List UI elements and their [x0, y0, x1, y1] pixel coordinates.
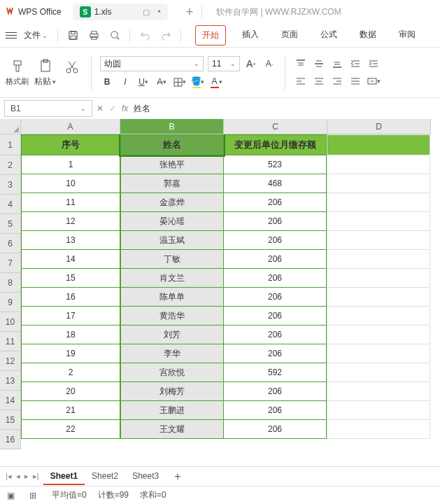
cell[interactable]: [327, 400, 430, 420]
cell[interactable]: 李华: [120, 344, 224, 363]
row-header[interactable]: 13: [0, 371, 21, 391]
cell[interactable]: 206: [223, 211, 327, 231]
menu-tab-审阅[interactable]: 审阅: [392, 25, 422, 46]
cell[interactable]: 王文耀: [120, 419, 224, 439]
cell[interactable]: 14: [21, 249, 120, 269]
decrease-font-icon[interactable]: A-: [262, 57, 276, 71]
font-color-button[interactable]: A▾: [209, 75, 223, 89]
cell[interactable]: [327, 249, 430, 269]
sheet-tab[interactable]: Sheet3: [125, 468, 166, 485]
align-justify-icon[interactable]: [348, 74, 362, 88]
cell[interactable]: 19: [21, 344, 120, 363]
tab-min-icon[interactable]: ▢: [143, 8, 150, 17]
cell[interactable]: 15: [21, 268, 120, 288]
bold-button[interactable]: B: [100, 75, 114, 89]
border-button[interactable]: ▾: [173, 75, 187, 89]
cell[interactable]: 206: [223, 419, 327, 439]
indent-dec-icon[interactable]: [348, 57, 362, 71]
row-header[interactable]: 10: [0, 312, 21, 332]
cell[interactable]: 2: [21, 363, 120, 382]
cell[interactable]: [327, 306, 430, 326]
cell[interactable]: 206: [223, 400, 327, 420]
row-header[interactable]: 8: [0, 273, 21, 293]
cell[interactable]: [327, 325, 430, 344]
increase-font-icon[interactable]: A+: [244, 57, 258, 71]
font-size-select[interactable]: 11⌄: [208, 56, 240, 71]
menu-tab-页面[interactable]: 页面: [275, 25, 304, 46]
cell[interactable]: [327, 287, 430, 307]
merge-cells-icon[interactable]: ▾: [367, 74, 381, 88]
nav-next-icon[interactable]: ▸: [24, 472, 29, 481]
row-header[interactable]: 12: [0, 351, 21, 371]
cell[interactable]: 206: [223, 344, 327, 363]
cell[interactable]: [327, 230, 430, 250]
cancel-icon[interactable]: ✕: [97, 104, 104, 113]
col-header[interactable]: D: [327, 119, 431, 134]
cell[interactable]: [327, 211, 430, 231]
brush-label[interactable]: 格式刷: [6, 76, 29, 87]
menu-tab-开始[interactable]: 开始: [195, 25, 226, 46]
cell[interactable]: 22: [21, 419, 120, 439]
nav-last-icon[interactable]: ▸|: [33, 472, 39, 481]
cell[interactable]: 王鹏进: [120, 400, 224, 420]
indent-inc-icon[interactable]: [367, 57, 381, 71]
menu-tab-公式[interactable]: 公式: [314, 25, 343, 46]
doc-tab[interactable]: S 1.xls ▢ •: [73, 4, 168, 20]
hamburger-icon[interactable]: [6, 30, 17, 41]
paste-label[interactable]: 粘贴▾: [34, 76, 56, 88]
cell[interactable]: 12: [21, 211, 120, 231]
nav-prev-icon[interactable]: ◂: [16, 472, 20, 481]
cell[interactable]: 206: [223, 230, 327, 250]
row-header[interactable]: 7: [0, 253, 21, 273]
cell[interactable]: 206: [223, 249, 327, 269]
record-macro-icon[interactable]: ▣: [7, 491, 18, 500]
sheet-tab[interactable]: Sheet1: [43, 468, 85, 485]
cell[interactable]: 郭嘉: [120, 174, 224, 193]
row-header[interactable]: 9: [0, 293, 21, 312]
align-bottom-icon[interactable]: [330, 57, 344, 71]
cut-icon[interactable]: [62, 59, 83, 76]
cell[interactable]: 1: [21, 155, 120, 174]
fx-icon[interactable]: fx: [122, 104, 128, 113]
cell[interactable]: 21: [21, 400, 120, 420]
cell[interactable]: 姓名: [120, 134, 224, 155]
cell[interactable]: 592: [223, 363, 327, 382]
save-icon[interactable]: [64, 27, 82, 45]
cell[interactable]: 丁敏: [120, 249, 224, 269]
undo-icon[interactable]: [136, 27, 154, 45]
cell[interactable]: 16: [21, 287, 120, 307]
col-header[interactable]: B: [120, 119, 224, 134]
grid[interactable]: 序号姓名变更后单位月缴存额1张艳平52310郭嘉46811金彦烨20612晏沁瑶…: [21, 134, 440, 466]
cell[interactable]: 13: [21, 230, 120, 250]
cell[interactable]: [327, 155, 430, 174]
cell[interactable]: [327, 419, 430, 439]
cell[interactable]: 陈单单: [120, 287, 224, 307]
row-header[interactable]: 4: [0, 195, 21, 214]
tab-menu-icon[interactable]: •: [157, 7, 160, 17]
align-right-icon[interactable]: [330, 74, 344, 88]
italic-button[interactable]: I: [118, 75, 132, 89]
cell[interactable]: [327, 174, 430, 193]
row-header[interactable]: 15: [0, 410, 21, 430]
grid-mode-icon[interactable]: ⊞: [29, 491, 41, 500]
cell[interactable]: 肖文兰: [120, 268, 224, 288]
align-middle-icon[interactable]: [312, 57, 326, 71]
add-sheet-button[interactable]: +: [170, 470, 185, 483]
cell[interactable]: 468: [223, 174, 327, 193]
select-all-corner[interactable]: [0, 119, 21, 134]
file-menu[interactable]: 文件⌄: [20, 27, 52, 43]
paste-icon[interactable]: [35, 57, 56, 74]
cell[interactable]: 206: [223, 268, 327, 288]
strike-button[interactable]: A▾: [155, 75, 169, 89]
cell[interactable]: 变更后单位月缴存额: [223, 134, 327, 155]
cell[interactable]: 206: [223, 382, 327, 401]
cell[interactable]: 523: [223, 155, 327, 174]
cell[interactable]: [327, 344, 430, 363]
cell[interactable]: 20: [21, 382, 120, 401]
formula-value[interactable]: 姓名: [134, 103, 150, 115]
row-header[interactable]: 16: [0, 430, 21, 449]
cell[interactable]: 刘芳: [120, 325, 224, 344]
cell[interactable]: 206: [223, 192, 327, 212]
cell[interactable]: 206: [223, 287, 327, 307]
align-left-icon[interactable]: [294, 74, 308, 88]
